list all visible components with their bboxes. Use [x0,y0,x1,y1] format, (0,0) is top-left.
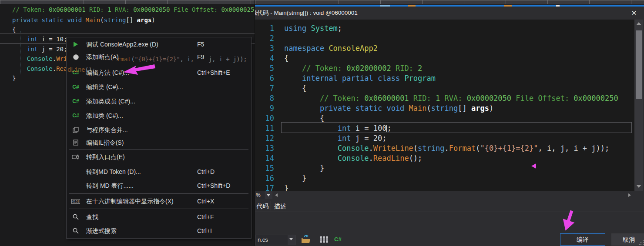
add-document-icon[interactable] [301,235,311,244]
zoom-level-combo[interactable]: % [255,191,265,199]
csharp-icon: C# [70,95,81,107]
chevron-down-icon [289,238,293,240]
vertical-scrollbar[interactable] [634,20,643,191]
references-icon[interactable] [319,235,329,244]
code-line: // Token: 0x06000001 RID: 1 RVA: 0x00002… [12,5,258,14]
ghost-code-text: j, i + j)); [208,53,247,65]
text-caret [65,34,65,43]
no-icon [70,180,81,192]
line-number: 10 [255,113,274,123]
file-dropdown-button[interactable] [288,235,295,245]
file-select-value: n.cs [258,236,268,243]
menu-item-label: 添加类 (C#)... [86,110,123,122]
context-menu-item[interactable]: 0101在十六进制编辑器中显示指令(X)Ctrl+X [67,195,251,207]
menu-item-label: 编辑IL指令(S) [86,136,124,149]
file-select-dropdown[interactable]: n.cs [255,235,295,245]
menu-item-label: 编辑类 (C#)... [86,81,123,93]
scroll-down-icon[interactable] [636,185,641,188]
no-icon [70,166,81,178]
dialog-code-editor[interactable]: 1using System;23namespace ConsoleApp24{5… [255,20,634,191]
context-menu-item[interactable]: 调试 ConsoleApp2.exe (D)F5 [67,38,251,50]
dialog-titlebar: 辑代码 - Main(string[]) : void @06000001 ✕ [255,7,644,20]
menu-separator [69,149,248,150]
menu-separator [69,209,248,209]
ghost-code-text: dLine(); [67,63,95,76]
horizontal-scrollbar-row: % [255,191,634,199]
scroll-right-icon[interactable] [628,193,631,197]
background-tabs-edge [255,0,644,4]
menu-item-shortcut: Ctrl+X [197,195,214,207]
context-menu: 调试 ConsoleApp2.exe (D)F5添加断点(A)F9rmat("{… [66,37,252,239]
dnspy-app: // Token: 0x06000001 RID: 1 RVA: 0x00002… [0,0,644,246]
compile-button[interactable]: 编译 [560,233,605,246]
context-menu-item[interactable]: 与程序集合并... [67,124,251,136]
tab-code[interactable]: 代码 [255,200,270,212]
play-icon [70,38,81,50]
bottom-tab-bar: 代码 描述 [255,199,644,212]
hex-editor-icon: 0101 [70,195,81,207]
chevron-down-icon [267,194,270,196]
context-menu-item[interactable]: 转到MD Token (D)...Ctrl+D [67,166,251,178]
context-menu-item[interactable]: C#编辑类 (C#)... [67,81,251,93]
scroll-left-icon[interactable] [275,193,278,197]
dialog-title: 辑代码 - Main(string[]) : void @06000001 [255,7,358,20]
context-menu-item[interactable]: 查找Ctrl+F [67,211,251,223]
menu-item-label: 渐进式搜索 [86,225,117,237]
context-menu-item[interactable]: 添加断点(A)F9rmat("{0}+{1}={2}", i,j, i + j)… [67,51,251,63]
search-icon [70,225,81,237]
code-line: } [12,74,16,83]
context-menu-item[interactable]: C#编辑方法 (C#)...Ctrl+Shift+EdLine(); [67,66,251,79]
menu-separator [69,193,248,194]
context-menu-item[interactable]: 编辑IL指令(S) [67,136,251,149]
menu-item-shortcut: Ctrl+D [197,166,215,178]
edit-code-dialog: 辑代码 - Main(string[]) : void @06000001 ✕ … [255,0,644,246]
menu-item-shortcut: F9 [197,51,204,63]
line-number: 7 [255,83,274,93]
context-menu-item[interactable]: 渐进式搜索Ctrl+I [67,225,251,237]
tab-description[interactable]: 描述 [271,200,289,212]
line-number: 4 [255,53,274,63]
annotation-arrow-edit-method [122,63,157,76]
close-icon[interactable]: ✕ [627,7,641,19]
line-number: 11 [255,123,274,133]
line-number: 8 [255,93,274,103]
scroll-up-icon[interactable] [636,22,641,25]
menu-item-label: 转到入口点(E) [86,151,125,163]
menu-item-label: 转到 MD 表行...... [86,180,134,192]
csharp-icon: C# [334,236,342,243]
menu-item-label: 添加类成员 (C#)... [86,95,135,107]
context-menu-item[interactable]: 转到入口点(E) [67,151,251,163]
menu-item-label: 调试 ConsoleApp2.exe (D) [86,38,158,50]
code-line: { [12,25,16,34]
search-icon [70,211,81,223]
dialog-bottom-bar: n.cs C# 编译 取消 [255,233,644,246]
code-line: private static void Main(string[] args) [12,16,155,24]
line-number: 13 [255,143,274,153]
menu-item-shortcut: Ctrl+F [197,211,214,223]
zoom-dropdown-button[interactable] [265,191,272,199]
csharp-icon: C# [70,110,81,122]
annotation-triangle [531,163,536,169]
csharp-icon: C# [70,81,81,93]
line-number: 2 [255,33,274,43]
dialog-lower-area [255,212,644,233]
line-number: 6 [255,73,274,83]
line-number: 16 [255,173,274,183]
menu-item-label: 在十六进制编辑器中显示指令(X) [86,195,174,207]
breakpoint-icon [70,51,81,63]
line-number: 15 [255,163,274,173]
menu-item-label: 查找 [86,211,98,223]
menu-item-shortcut: F5 [197,38,204,50]
menu-item-label: 添加断点(A) [86,51,119,63]
context-menu-item[interactable]: C#添加类 (C#)... [67,110,251,122]
vertical-scrollbar-thumb[interactable] [636,30,642,99]
annotation-arrow-compile [560,209,579,233]
merge-assembly-icon [70,124,81,136]
tab-divider [290,201,290,210]
menu-item-label: 转到MD Token (D)... [86,166,141,178]
resize-grip[interactable] [639,240,644,245]
context-menu-item[interactable]: 转到 MD 表行......Ctrl+Shift+D [67,180,251,192]
menu-item-label: 与程序集合并... [86,124,128,136]
line-number: 5 [255,63,274,73]
context-menu-item[interactable]: C#添加类成员 (C#)... [67,95,251,107]
